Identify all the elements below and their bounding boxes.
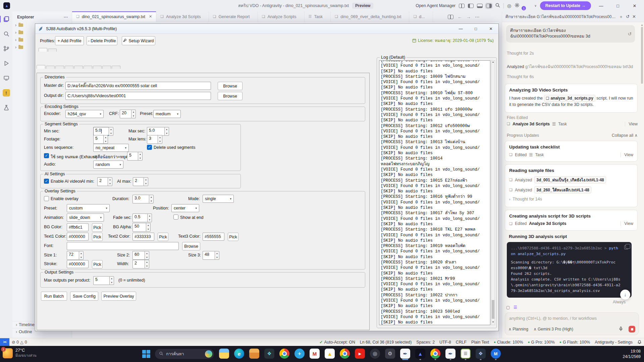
search-sidebar-icon[interactable]	[3, 30, 10, 38]
enable-ai-checkbox[interactable]: ✓	[44, 179, 49, 184]
crf-spinner[interactable]: 20▲▼	[120, 110, 136, 118]
source-control-icon[interactable]	[3, 45, 10, 52]
antigravity-settings[interactable]: Antigravity - Settings	[592, 340, 635, 345]
copy-icon[interactable]	[624, 245, 628, 249]
gear-icon[interactable]	[515, 3, 520, 9]
explorer-icon[interactable]	[3, 15, 10, 23]
menu-item[interactable]	[56, 5, 62, 7]
ai-min-spinner[interactable]: 2▲▼	[97, 177, 112, 186]
eol-type[interactable]: CRLF	[453, 340, 469, 345]
menu-item[interactable]	[32, 5, 38, 7]
show-at-end-checkbox[interactable]	[173, 215, 178, 220]
obs-icon[interactable]: ◎	[370, 348, 380, 360]
save-config-button[interactable]: Save Config	[70, 292, 98, 301]
menu-item[interactable]	[50, 5, 56, 7]
exhaust-checkbox[interactable]: ✓	[44, 153, 49, 158]
extensions-warning-icon[interactable]: !	[3, 89, 10, 97]
more-actions-icon[interactable]: ⋯	[64, 14, 68, 19]
file-chip[interactable]: 3d_260_ใต้ทะเลลึก.txt#L1-48	[534, 186, 591, 193]
split-editor-icon[interactable]	[459, 4, 465, 8]
profile-tab[interactable]	[39, 48, 47, 52]
split-editor-icon[interactable]	[448, 15, 453, 19]
mode-dropdown[interactable]: single▾	[203, 195, 234, 203]
setup-wizard-button[interactable]: Setup Wizard	[122, 36, 155, 45]
encoder-dropdown[interactable]: h264_qsv▾	[65, 110, 104, 118]
run-debug-icon[interactable]	[3, 60, 10, 67]
overlay-preset-dropdown[interactable]: custom▾	[67, 204, 110, 212]
dialog-minimize-button[interactable]: —	[453, 24, 468, 34]
mega-icon[interactable]: M	[490, 348, 501, 360]
feather-icon-2[interactable]: ✒	[445, 348, 456, 360]
planning-toggle[interactable]: ∧ Planning	[508, 327, 528, 331]
tab-dino-069[interactable]: ❏ dino_069_river_delta_hunting.txt	[331, 11, 409, 22]
attach-icon[interactable]: ▢	[506, 305, 510, 310]
browser-icon[interactable]: ◎	[507, 3, 511, 8]
youtube-icon[interactable]: ▶	[355, 348, 365, 360]
gmail-icon[interactable]: M	[309, 348, 320, 360]
view-link[interactable]: View	[621, 153, 633, 157]
font-browse-button[interactable]: Browse	[182, 242, 200, 250]
audio-dropdown[interactable]: random▾	[93, 161, 123, 169]
animation-dropdown[interactable]: slide_down▾	[67, 214, 104, 222]
ai-max-spinner[interactable]: 2▲▼	[133, 177, 148, 186]
stroke-pick-button[interactable]: Pick	[92, 260, 103, 268]
size2-spinner[interactable]: 60▲▼	[132, 251, 149, 260]
history-icon[interactable]: ↺	[626, 14, 630, 19]
position-dropdown[interactable]: center▾	[171, 204, 199, 212]
gpro-quota[interactable]: ● G Pro: 100%	[525, 340, 557, 345]
notepad-icon[interactable]: ☰	[460, 348, 471, 360]
duration-spinner[interactable]: 3.0▲▼	[132, 195, 154, 203]
bg-alpha-spinner[interactable]: 50▲▼	[132, 223, 151, 232]
text1-pick-button[interactable]: Pick	[92, 233, 103, 241]
claude-quota[interactable]: ● Claude: 100%	[491, 340, 525, 345]
footage-spinner[interactable]: 5▲▼	[93, 135, 108, 144]
tab-close-icon[interactable]: ✕	[149, 14, 152, 19]
chevron-down-icon[interactable]: ∨	[534, 4, 537, 7]
gflash-quota[interactable]: ● G Flash: 100%	[557, 340, 592, 345]
auto-accept-toggle[interactable]: ✓ Auto-Accept: ON	[317, 340, 358, 345]
file-explorer-icon[interactable]	[219, 348, 229, 360]
menu-item[interactable]	[38, 5, 44, 7]
tab-dino-021[interactable]: ❏ dino_021_spinosaurus_swamp.txt ✕	[72, 11, 156, 22]
sidebar-scrollbar[interactable]	[641, 27, 643, 84]
view-link[interactable]: View	[625, 122, 638, 126]
text3-color-input[interactable]	[203, 233, 224, 241]
bg-color-input[interactable]	[67, 223, 89, 231]
min-sec-spinner[interactable]: 5.0▲▼	[93, 127, 113, 136]
cursor-position[interactable]: Ln 68, Col 36 (819 selected)	[358, 340, 414, 345]
dialog-maximize-button[interactable]: □	[468, 24, 483, 34]
run-batch-button[interactable]: Run Batch	[41, 292, 67, 301]
file-encoding[interactable]: UTF-8	[437, 340, 453, 345]
flask-icon[interactable]	[3, 104, 10, 111]
thought-row[interactable]: Thought for 2s	[507, 51, 534, 56]
add-profile-button[interactable]: + Add Profile	[55, 36, 84, 45]
nav-forward-icon[interactable]: →	[466, 14, 471, 19]
mic-icon[interactable]	[619, 326, 623, 332]
bell-icon[interactable]	[635, 340, 644, 344]
analyzed-row[interactable]: Analyzed g:\ไดรฟ์ของฉัน\0000000TikTokPro…	[507, 63, 638, 70]
tab-analyze-scripts[interactable]: ❏ Analyze Scripts	[258, 11, 305, 22]
tab-truncated[interactable]: ❏ d...	[409, 11, 433, 22]
size1-spinner[interactable]: 72▲▼	[67, 251, 84, 260]
edge-icon[interactable]: e	[234, 348, 245, 360]
stroke-width-spinner[interactable]: 2▲▼	[132, 260, 149, 268]
close-button[interactable]: ✕	[628, 0, 641, 11]
new-conversation-icon[interactable]: ＋	[619, 14, 623, 20]
chat-input[interactable]: anything (Ctrl+L), @ to mention, / for w…	[505, 312, 639, 335]
settings-gear-icon[interactable]: ⚙	[385, 348, 395, 360]
preview-overlay-button[interactable]: Preview Overlay	[101, 292, 136, 301]
delete-used-checkbox[interactable]: ✓	[147, 145, 152, 150]
remote-indicator[interactable]: ><	[0, 338, 9, 346]
delete-profile-button[interactable]: - Delete Profile	[87, 36, 117, 45]
tab-task[interactable]: ☰ Task	[305, 11, 331, 22]
dialog-tab[interactable]	[55, 66, 64, 69]
always-link[interactable]: Always	[613, 300, 626, 304]
master-browse-button[interactable]: Browse	[218, 82, 243, 90]
toggle-left-panel-icon[interactable]	[468, 4, 474, 8]
dialog-tab[interactable]	[74, 66, 83, 69]
text2-color-input[interactable]	[132, 233, 154, 241]
master-dir-input[interactable]	[65, 82, 211, 90]
maximize-button[interactable]: □	[611, 0, 625, 11]
max-sec-spinner[interactable]: 5.0▲▼	[147, 127, 169, 136]
dialog-close-button[interactable]: ✕	[483, 24, 498, 34]
